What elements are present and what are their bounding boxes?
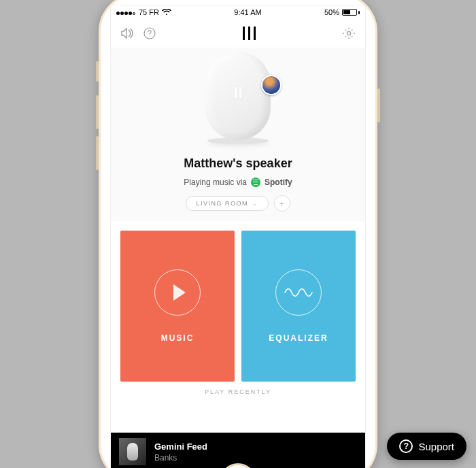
pause-icon [235,87,241,98]
track-artist: Banks [154,453,207,463]
phone-side-button [96,61,99,82]
battery-pct-label: 50% [324,8,339,16]
section-hint: PLAY RECENTLY [111,384,365,395]
help-icon[interactable] [143,27,156,39]
app-logo-icon[interactable] [243,27,256,40]
phone-side-button [96,136,99,170]
svg-point-2 [347,31,350,35]
cards-row: MUSIC EQUALIZER [111,221,365,384]
play-icon [154,269,201,316]
device-title: Matthew's speaker [111,156,365,171]
avatar[interactable] [261,75,282,95]
add-room-button[interactable]: + [274,195,290,212]
device-hero: Matthew's speaker Playing music via Spot… [111,48,365,221]
music-card-label: MUSIC [161,333,194,343]
support-label: Support [418,441,454,452]
equalizer-card[interactable]: EQUALIZER [241,231,356,382]
playing-prefix: Playing music via [184,178,247,187]
wifi-icon [162,9,171,16]
speaker-image [205,52,271,140]
chevron-down-icon: ⌄ [252,201,258,207]
service-name: Spotify [265,178,292,187]
album-art [119,438,146,465]
carrier-label: 75 FR [139,8,159,16]
track-title: Gemini Feed [154,441,207,452]
equalizer-card-label: EQUALIZER [269,333,328,343]
phone-frame: 75 FR 9:41 AM 50% [99,0,377,468]
support-button[interactable]: ? Support [387,433,466,460]
gear-icon[interactable] [342,27,356,40]
music-card[interactable]: MUSIC [120,231,235,382]
volume-icon[interactable] [120,27,135,39]
help-icon: ? [399,439,413,453]
wave-icon [275,269,322,316]
phone-side-button [377,88,380,122]
playing-via: Playing music via Spotify [111,178,365,187]
app-screen: 75 FR 9:41 AM 50% [110,5,366,468]
room-selector[interactable]: LIVING ROOM ⌄ [186,196,268,211]
phone-side-button [96,95,99,129]
signal-dots-icon [116,8,136,16]
battery-icon [342,9,360,16]
svg-point-1 [149,35,150,36]
nav-bar [111,19,365,48]
clock-label: 9:41 AM [234,8,261,16]
spotify-icon [251,178,260,187]
status-bar: 75 FR 9:41 AM 50% [111,5,365,19]
room-label: LIVING ROOM [196,200,248,207]
